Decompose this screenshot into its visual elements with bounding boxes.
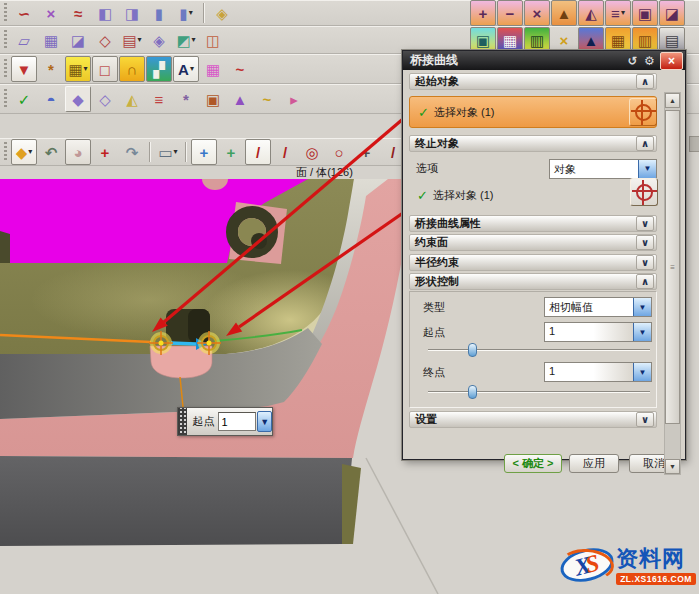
section-end-object[interactable]: 终止对象 ∧ — [409, 135, 657, 152]
model-olive-face[interactable] — [0, 179, 354, 354]
nav-compass-icon[interactable]: ◆▾ — [11, 139, 37, 165]
end-spin-field[interactable]: 1 ▼ — [544, 362, 652, 382]
start-select-row[interactable]: ✓ 选择对象 (1) — [409, 96, 657, 128]
pink-grid-icon[interactable]: ▦ — [200, 56, 226, 82]
toolbar-grip[interactable] — [4, 30, 7, 50]
inbox-part-icon[interactable]: ◻ — [92, 56, 118, 82]
swept-surface-icon[interactable]: ◪ — [65, 27, 91, 53]
curve-intersect-icon[interactable]: × — [38, 0, 64, 26]
paint-region-icon[interactable]: ▞ — [146, 56, 172, 82]
toolbar-grip[interactable] — [4, 142, 7, 162]
slider-thumb[interactable] — [468, 385, 477, 399]
block-intersect-icon[interactable]: × — [524, 0, 550, 26]
profile-icon[interactable]: ◆ — [65, 86, 91, 112]
chevron-down-icon[interactable]: ∨ — [636, 216, 654, 231]
scroll-down-icon[interactable]: ▼ — [665, 459, 680, 474]
model-magenta-face[interactable] — [0, 179, 308, 263]
plus-tool-icon[interactable]: + — [353, 139, 379, 165]
toolbar-grip[interactable] — [4, 3, 7, 23]
ruled-surface-icon[interactable]: ▱ — [11, 27, 37, 53]
bridge-tab-face[interactable] — [150, 346, 212, 378]
start-select-button[interactable] — [629, 98, 657, 126]
dialog-scrollbar[interactable]: ▲ ≡ ▼ — [664, 92, 681, 475]
scrollbar-thumb[interactable]: ≡ — [665, 110, 680, 424]
bounded-plane-icon[interactable]: ◈ — [146, 27, 172, 53]
reset-icon[interactable]: ↺ — [624, 53, 641, 68]
yellow-key-icon[interactable]: ~ — [254, 86, 280, 112]
star-burst-icon[interactable]: * — [173, 86, 199, 112]
model-cavity-wall[interactable] — [0, 328, 322, 419]
dialog-titlebar[interactable]: 桥接曲线 ↺ ⚙ × — [403, 51, 685, 70]
hole-patch-pink[interactable] — [229, 202, 287, 264]
toolbar-grip[interactable] — [4, 59, 7, 79]
dropdown-caret-icon[interactable]: ▾ — [84, 65, 88, 73]
yellow-crate-icon[interactable]: ▦▾ — [65, 56, 91, 82]
block-trim-icon[interactable]: ▣ — [632, 0, 658, 26]
hole-outer-ring[interactable] — [232, 212, 272, 252]
violet-wedge-icon[interactable]: ▲ — [227, 86, 253, 112]
spinner-arrow-icon[interactable]: ▼ — [633, 323, 651, 341]
close-icon[interactable]: × — [660, 52, 683, 70]
chevron-down-icon[interactable]: ▼ — [633, 298, 651, 316]
block-taper-icon[interactable]: ◭ — [578, 0, 604, 26]
section-start-object[interactable]: 起始对象 ∧ — [409, 73, 657, 90]
end-slider[interactable] — [428, 385, 650, 399]
spinner-arrow-icon[interactable]: ▼ — [257, 411, 272, 432]
spinner-arrow-icon[interactable]: ▼ — [633, 363, 651, 381]
dropdown-caret-icon[interactable]: ▾ — [28, 148, 32, 156]
end-select-button[interactable] — [630, 178, 658, 206]
start-spin-field[interactable]: 1 ▼ — [544, 322, 652, 342]
finish-flag-icon[interactable]: ✓ — [11, 86, 37, 112]
thicken-sheet-icon[interactable]: ◫ — [200, 27, 226, 53]
start-point-handle[interactable] — [149, 331, 173, 355]
move-handle-alt-icon[interactable]: + — [218, 139, 244, 165]
dropdown-caret-icon[interactable]: ▾ — [192, 36, 196, 44]
start-slider[interactable] — [428, 343, 650, 357]
clamp-tool-icon[interactable]: ▼ — [11, 56, 37, 82]
dropdown-caret-icon[interactable]: ▾ — [189, 9, 193, 17]
block-copy-icon[interactable]: ◪ — [659, 0, 685, 26]
sketch-hat-icon[interactable]: ◓ — [38, 86, 64, 112]
section-radius-constraint[interactable]: 半径约束 ∨ — [409, 254, 657, 271]
chevron-down-icon[interactable]: ∨ — [636, 255, 654, 270]
pink-flag-icon[interactable]: ▸ — [281, 86, 307, 112]
selected-edge-green[interactable] — [214, 330, 302, 341]
toolbar-grip[interactable] — [4, 89, 7, 109]
mesh-surface-icon[interactable]: ▤▾ — [119, 27, 145, 53]
section-constraint-face[interactable]: 约束面 ∨ — [409, 234, 657, 251]
through-curves-icon[interactable]: ▦ — [38, 27, 64, 53]
swing-arrow-icon[interactable]: ↷ — [119, 139, 145, 165]
model-gray-band[interactable] — [268, 179, 388, 422]
text-note-icon[interactable]: A▾ — [173, 56, 199, 82]
block-unite-icon[interactable]: + — [470, 0, 496, 26]
sheet-bend-icon[interactable]: ◧ — [92, 0, 118, 26]
chevron-down-icon[interactable]: ∨ — [636, 412, 654, 427]
start-value-input[interactable] — [218, 412, 256, 431]
line-tool-alt-icon[interactable]: / — [272, 139, 298, 165]
pattern-cylinder-icon[interactable]: ▮ — [146, 0, 172, 26]
model-notch[interactable] — [166, 309, 210, 343]
move-handle-icon[interactable]: + — [191, 139, 217, 165]
note-list-icon[interactable]: ≡ — [146, 86, 172, 112]
dropdown-caret-icon[interactable]: ▾ — [621, 9, 625, 17]
line-tool-icon[interactable]: / — [245, 139, 271, 165]
curve-offset-icon[interactable]: ≈ — [65, 0, 91, 26]
circle-tool-icon[interactable]: ○ — [326, 139, 352, 165]
bridge-curve-arrow[interactable] — [171, 343, 196, 344]
ok-button[interactable]: < 确定 > — [504, 454, 562, 473]
marquee-select-icon[interactable]: ▭▾ — [155, 139, 181, 165]
scroll-up-icon[interactable]: ▲ — [665, 93, 680, 108]
section-bridge-properties[interactable]: 桥接曲线属性 ∨ — [409, 215, 657, 232]
bell-mold-icon[interactable]: ∩ — [119, 56, 145, 82]
chevron-down-icon[interactable]: ▼ — [638, 160, 656, 178]
key-tool-icon[interactable]: ◈ — [209, 0, 235, 26]
end-point-handle[interactable] — [197, 331, 221, 355]
block-subtract-icon[interactable]: − — [497, 0, 523, 26]
sheet-mirror-icon[interactable]: ◨ — [119, 0, 145, 26]
profile-alt-icon[interactable]: ◇ — [92, 86, 118, 112]
rotate-ref-icon[interactable]: + — [92, 139, 118, 165]
eraser-icon[interactable]: ◭ — [119, 86, 145, 112]
type-dropdown[interactable]: 相切幅值 ▼ — [544, 297, 652, 317]
block-offset-icon[interactable]: ≡▾ — [605, 0, 631, 26]
point-on-circle-icon[interactable]: ◎ — [299, 139, 325, 165]
